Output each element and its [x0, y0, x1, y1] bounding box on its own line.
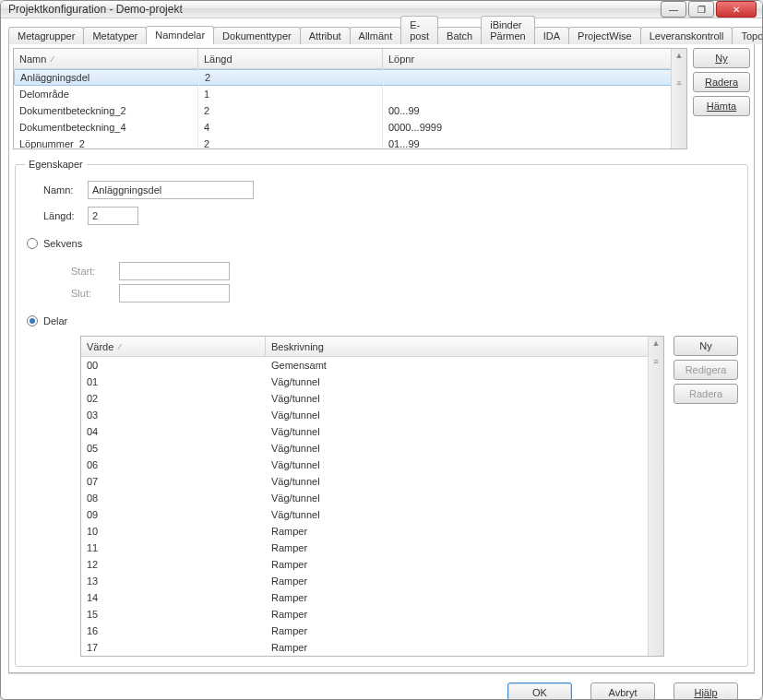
delar-new-button[interactable]: Ny — [674, 336, 738, 356]
col-beskrivning[interactable]: Beskrivning — [266, 337, 663, 356]
list-item[interactable]: 02Väg/tunnel — [81, 390, 663, 407]
list-item[interactable]: 09Väg/tunnel — [81, 506, 663, 523]
sekvens-block: Start: Slut: — [71, 258, 738, 306]
scroll-thumb-icon[interactable]: ≡ — [676, 78, 681, 88]
cell-varde: 07 — [81, 476, 266, 487]
delar-radio-row[interactable]: Delar — [27, 315, 738, 326]
list-item[interactable]: 06Väg/tunnel — [81, 457, 663, 473]
tab-namndelar[interactable]: Namndelar — [146, 26, 214, 44]
cell-namn: Anläggningsdel — [15, 69, 199, 86]
col-beskrivning-label: Beskrivning — [271, 341, 324, 352]
cell-lopnr: 0000...9999 — [383, 119, 686, 136]
cell-lopnr: 00...99 — [383, 102, 686, 119]
new-button-label: Ny — [715, 53, 727, 64]
cell-beskrivning: Ramper — [266, 559, 307, 570]
delar-delete-label: Radera — [689, 388, 722, 399]
delar-list-body: 00Gemensamt01Väg/tunnel02Väg/tunnel03Väg… — [81, 357, 663, 656]
tab-ibinder-pärmen[interactable]: iBinder Pärmen — [481, 16, 535, 44]
slut-label: Slut: — [71, 288, 119, 299]
col-lopnr[interactable]: Löpnr — [383, 49, 686, 68]
tab-ida[interactable]: IDA — [534, 27, 569, 44]
list-item[interactable]: 12Ramper — [81, 556, 663, 573]
tab-batch[interactable]: Batch — [437, 27, 482, 44]
sekvens-radio[interactable] — [27, 238, 38, 249]
window-controls: — ❐ ✕ — [661, 1, 757, 18]
ok-button[interactable]: OK — [507, 682, 572, 701]
tab-dokumenttyper[interactable]: Dokumenttyper — [213, 27, 301, 44]
list-item[interactable]: 00Gemensamt — [81, 357, 663, 374]
col-langd[interactable]: Längd — [198, 49, 383, 68]
close-button[interactable]: ✕ — [716, 1, 757, 18]
cell-beskrivning: Väg/tunnel — [266, 409, 320, 421]
scroll-thumb-icon[interactable]: ≡ — [653, 357, 658, 366]
col-lopnr-label: Löpnr — [388, 53, 414, 65]
list-item[interactable]: 01Väg/tunnel — [81, 374, 663, 390]
cancel-button[interactable]: Avbryt — [590, 682, 655, 701]
help-button[interactable]: Hjälp — [674, 682, 738, 701]
name-label: Namn: — [43, 184, 88, 196]
table-row[interactable]: Dokumentbeteckning_440000...9999 — [14, 119, 686, 136]
tab-metatyper[interactable]: Metatyper — [83, 27, 147, 44]
cell-beskrivning: Ramper — [266, 609, 307, 620]
cell-varde: 04 — [81, 426, 266, 437]
delete-button[interactable]: Radera — [693, 72, 750, 92]
cell-varde: 09 — [81, 509, 266, 520]
table-row[interactable]: Löpnummer_2201...99 — [14, 136, 686, 148]
list-item[interactable]: 07Väg/tunnel — [81, 473, 663, 490]
cell-varde: 06 — [81, 459, 266, 470]
table-row[interactable]: Anläggningsdel2 — [14, 69, 686, 86]
tab-topocad[interactable]: Topocad — [732, 27, 763, 44]
tab-metagrupper[interactable]: Metagrupper — [8, 27, 84, 44]
cell-namn: Löpnummer_2 — [14, 136, 198, 148]
list-item[interactable]: 17Ramper — [81, 639, 663, 656]
tab-leveranskontroll[interactable]: Leveranskontroll — [640, 27, 733, 44]
list-item[interactable]: 13Ramper — [81, 573, 663, 589]
minimize-button[interactable]: — — [661, 1, 686, 18]
scroll-up-icon[interactable]: ▲ — [675, 51, 684, 60]
maximize-button[interactable]: ❐ — [688, 1, 714, 18]
list-item[interactable]: 14Ramper — [81, 589, 663, 606]
cell-varde: 15 — [81, 609, 266, 620]
sekvens-radio-label: Sekvens — [43, 238, 82, 249]
cell-namn: Dokumentbeteckning_2 — [14, 102, 198, 119]
list-item[interactable]: 10Ramper — [81, 523, 663, 540]
delete-button-label: Radera — [705, 77, 738, 88]
tab-projectwise[interactable]: ProjectWise — [568, 27, 641, 44]
cell-beskrivning: Väg/tunnel — [266, 443, 320, 454]
list-item[interactable]: 16Ramper — [81, 623, 663, 639]
name-input[interactable] — [88, 181, 254, 199]
cell-namn: Dokumentbeteckning_4 — [14, 119, 198, 136]
top-buttons: Ny Radera Hämta — [693, 48, 750, 149]
titlebar: Projektkonfiguration - Demo-projekt — ❐ … — [1, 1, 762, 18]
table-row[interactable]: Dokumentbeteckning_2200...99 — [14, 102, 686, 119]
cell-varde: 17 — [81, 642, 266, 653]
col-langd-label: Längd — [204, 53, 232, 65]
table-row[interactable]: Delområde1 — [14, 86, 686, 102]
tab-allmänt[interactable]: Allmänt — [350, 27, 402, 44]
tab-e-post[interactable]: E-post — [400, 16, 438, 44]
list-item[interactable]: 15Ramper — [81, 606, 663, 623]
length-input[interactable] — [88, 207, 138, 225]
tab-attribut[interactable]: Attribut — [300, 27, 351, 44]
delar-list[interactable]: Värde ⁄ Beskrivning 00Gemensamt01Väg/tun… — [80, 336, 664, 657]
list-item[interactable]: 11Ramper — [81, 540, 663, 556]
minimize-icon: — — [669, 5, 678, 15]
list-item[interactable]: 03Väg/tunnel — [81, 407, 663, 423]
list-item[interactable]: 05Väg/tunnel — [81, 440, 663, 457]
cell-langd: 2 — [198, 136, 383, 148]
list-item[interactable]: 04Väg/tunnel — [81, 423, 663, 440]
delar-radio[interactable] — [27, 315, 38, 326]
list-item[interactable]: 08Väg/tunnel — [81, 490, 663, 506]
scrollbar[interactable]: ▲ ≡ — [671, 49, 686, 148]
cell-varde: 12 — [81, 559, 266, 570]
scrollbar[interactable]: ▲ ≡ — [648, 337, 663, 656]
col-varde[interactable]: Värde ⁄ — [81, 337, 266, 356]
cell-varde: 16 — [81, 625, 266, 636]
new-button[interactable]: Ny — [693, 48, 750, 68]
col-namn[interactable]: Namn ⁄ — [14, 49, 198, 68]
sekvens-radio-row[interactable]: Sekvens — [27, 238, 738, 249]
namndelar-list[interactable]: Namn ⁄ Längd Löpnr Anläggningsdel2Delomr… — [13, 48, 687, 149]
fetch-button[interactable]: Hämta — [693, 96, 750, 116]
scroll-up-icon[interactable]: ▲ — [652, 338, 661, 348]
cell-varde: 05 — [81, 443, 266, 454]
